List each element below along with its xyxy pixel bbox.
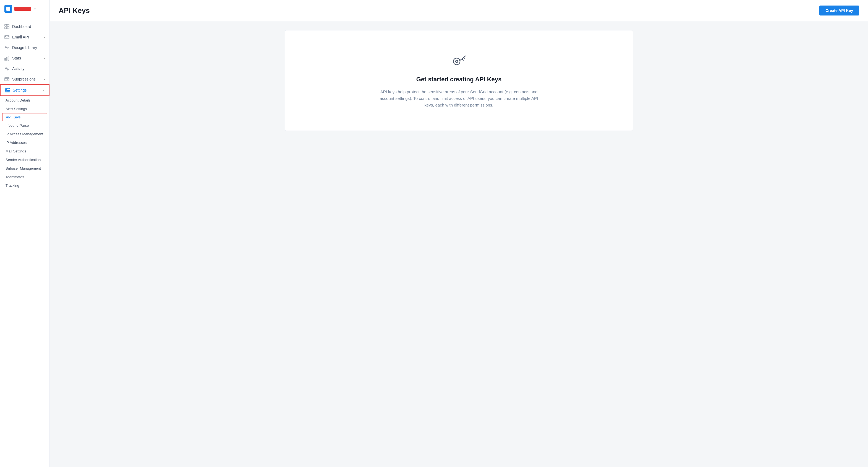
sidebar-item-label: Settings	[13, 88, 27, 92]
empty-state-card: Get started creating API Keys API keys h…	[285, 30, 633, 131]
sidebar-item-label: Suppressions	[12, 77, 36, 81]
main-area: API Keys Create API Key Get started crea…	[50, 0, 868, 467]
svg-rect-4	[5, 35, 9, 39]
svg-rect-12	[5, 90, 8, 91]
svg-rect-11	[7, 88, 10, 89]
sidebar-item-label: Dashboard	[12, 24, 31, 29]
svg-rect-15	[7, 92, 10, 92]
sidebar: ▾ Dashboard Email API ▾	[0, 0, 50, 467]
activity-icon	[4, 66, 9, 71]
sidebar-item-settings[interactable]: Settings ▾	[0, 84, 50, 96]
sidebar-item-teammates[interactable]: Teammates	[0, 173, 50, 181]
logo-area[interactable]: ▾	[0, 0, 50, 18]
svg-rect-14	[5, 92, 7, 92]
settings-icon	[5, 88, 10, 93]
sidebar-item-label: Activity	[12, 66, 24, 71]
empty-state-title: Get started creating API Keys	[416, 76, 502, 83]
chevron-icon: ▾	[44, 57, 45, 60]
sidebar-item-suppressions[interactable]: Suppressions ▾	[0, 74, 50, 84]
sidebar-item-alert-settings[interactable]: Alert Settings	[0, 105, 50, 113]
sidebar-item-subuser-management[interactable]: Subuser Management	[0, 164, 50, 173]
sidebar-item-activity[interactable]: Activity	[0, 63, 50, 74]
svg-rect-1	[7, 24, 9, 26]
svg-line-20	[462, 59, 463, 60]
sidebar-item-ip-addresses[interactable]: IP Addresses	[0, 138, 50, 147]
sidebar-navigation: Dashboard Email API ▾ Design Library	[0, 18, 50, 467]
svg-point-5	[5, 46, 7, 48]
main-content: Get started creating API Keys API keys h…	[50, 21, 868, 467]
chevron-icon: ▾	[44, 78, 45, 81]
sidebar-item-email-api[interactable]: Email API ▾	[0, 32, 50, 42]
chevron-down-icon: ▾	[43, 89, 44, 92]
logo-icon	[4, 5, 12, 13]
svg-rect-0	[5, 24, 7, 26]
stats-icon	[4, 56, 9, 61]
sidebar-item-design-library[interactable]: Design Library	[0, 42, 50, 53]
svg-rect-7	[6, 57, 7, 60]
svg-rect-10	[5, 88, 7, 90]
page-title: API Keys	[59, 6, 90, 15]
svg-rect-9	[5, 78, 9, 81]
email-api-icon	[4, 35, 9, 39]
sidebar-item-account-details[interactable]: Account Details	[0, 96, 50, 105]
logo-chevron-icon: ▾	[34, 7, 36, 10]
sidebar-item-ip-access-management[interactable]: IP Access Management	[0, 130, 50, 138]
svg-line-19	[464, 58, 465, 59]
sidebar-item-label: Design Library	[12, 46, 37, 50]
empty-state-description: API keys help protect the sensitive area…	[379, 89, 539, 109]
main-header: API Keys Create API Key	[50, 0, 868, 21]
sidebar-item-mail-settings[interactable]: Mail Settings	[0, 147, 50, 155]
sidebar-item-stats[interactable]: Stats ▾	[0, 53, 50, 63]
sidebar-item-inbound-parse[interactable]: Inbound Parse	[0, 121, 50, 130]
svg-rect-13	[8, 90, 10, 91]
svg-rect-3	[7, 27, 9, 29]
brand-bar	[14, 7, 31, 11]
svg-rect-6	[5, 58, 5, 60]
sidebar-item-label: Email API	[12, 35, 29, 39]
sidebar-item-dashboard[interactable]: Dashboard	[0, 21, 50, 32]
sidebar-item-api-keys[interactable]: API Keys	[2, 113, 47, 121]
sidebar-item-tracking[interactable]: Tracking	[0, 181, 50, 190]
svg-point-16	[453, 58, 460, 65]
sidebar-item-label: Stats	[12, 56, 21, 60]
key-icon	[450, 53, 468, 70]
dashboard-icon	[4, 24, 9, 29]
create-api-key-button[interactable]: Create API Key	[819, 5, 859, 16]
svg-rect-2	[5, 27, 7, 29]
svg-rect-8	[8, 56, 9, 60]
svg-point-17	[456, 60, 458, 62]
sidebar-item-sender-authentication[interactable]: Sender Authentication	[0, 155, 50, 164]
design-library-icon	[4, 45, 9, 50]
suppressions-icon	[4, 77, 9, 82]
chevron-icon: ▾	[44, 36, 45, 39]
